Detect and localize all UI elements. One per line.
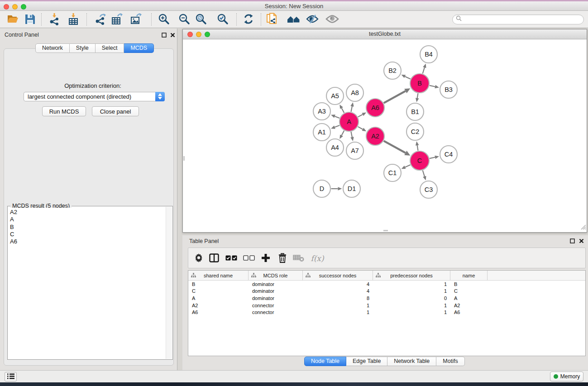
- hide-graphics-details-button[interactable]: [305, 12, 320, 27]
- close-network-window-button[interactable]: [187, 32, 193, 37]
- table-settings-button[interactable]: [191, 251, 206, 266]
- select-all-button[interactable]: [224, 251, 239, 266]
- run-mcds-button[interactable]: Run MCDS: [42, 106, 86, 116]
- graph-edge[interactable]: [430, 157, 435, 159]
- graph-edge[interactable]: [342, 131, 344, 135]
- table-body[interactable]: Bdominator41BCdominator41CAdominator80AA…: [188, 281, 585, 316]
- import-table-button[interactable]: [66, 12, 81, 27]
- graph-edge[interactable]: [417, 93, 418, 98]
- table-cell[interactable]: dominator: [249, 281, 303, 287]
- table-cell[interactable]: C: [188, 288, 249, 294]
- table-row[interactable]: A2connector11A2: [188, 302, 585, 309]
- node-table[interactable]: shared nameMCDS rolesuccessor nodesprede…: [188, 270, 586, 356]
- graph-edge[interactable]: [384, 141, 406, 152]
- table-cell[interactable]: 4: [303, 288, 373, 294]
- search-input[interactable]: [452, 14, 584, 24]
- table-cell[interactable]: A6: [188, 310, 249, 315]
- table-cell[interactable]: 1: [303, 303, 373, 308]
- mcds-result-list[interactable]: A2ABCA6: [8, 208, 166, 359]
- table-cell[interactable]: 1: [373, 310, 450, 315]
- table-cell[interactable]: 8: [303, 295, 373, 301]
- mcds-result-item[interactable]: A2: [10, 209, 166, 216]
- graph-edge[interactable]: [351, 132, 352, 137]
- mcds-result-item[interactable]: C: [10, 231, 166, 238]
- float-panel-icon[interactable]: [161, 32, 167, 38]
- export-network-button[interactable]: [93, 12, 108, 27]
- tab-network[interactable]: Network: [35, 43, 70, 53]
- graph-edge[interactable]: [335, 116, 339, 118]
- zoom-in-button[interactable]: [157, 12, 171, 27]
- zoom-window-button[interactable]: [21, 4, 26, 10]
- mcds-result-item[interactable]: B: [10, 224, 166, 231]
- minimize-network-window-button[interactable]: [196, 32, 201, 37]
- column-header-successor-nodes[interactable]: successor nodes: [303, 271, 373, 280]
- import-network-button[interactable]: [47, 12, 62, 27]
- table-header-row[interactable]: shared nameMCDS rolesuccessor nodesprede…: [188, 271, 585, 281]
- table-cell[interactable]: connector: [249, 303, 303, 308]
- resize-grip-icon[interactable]: [581, 224, 586, 232]
- tab-select[interactable]: Select: [96, 43, 124, 53]
- home-button[interactable]: [287, 12, 301, 27]
- table-cell[interactable]: 0: [373, 295, 450, 301]
- network-window-titlebar[interactable]: testGlobe.txt: [183, 29, 587, 39]
- table-cell[interactable]: C: [450, 288, 488, 294]
- graph-edge[interactable]: [430, 86, 435, 87]
- tab-style[interactable]: Style: [70, 43, 96, 53]
- column-header-MCDS-role[interactable]: MCDS role: [249, 271, 303, 280]
- zoom-fit-button[interactable]: [194, 12, 208, 27]
- tab-edge-table[interactable]: Edge Table: [346, 357, 387, 366]
- graph-edge[interactable]: [417, 145, 418, 151]
- table-cell[interactable]: 1: [373, 288, 450, 294]
- table-cell[interactable]: 1: [373, 303, 450, 308]
- graph-edge[interactable]: [423, 170, 425, 176]
- tab-node-table[interactable]: Node Table: [304, 357, 346, 366]
- column-header-name[interactable]: name: [450, 271, 488, 280]
- table-cell[interactable]: dominator: [249, 295, 303, 301]
- delete-table-button[interactable]: [292, 251, 306, 266]
- function-builder-button[interactable]: f(x): [308, 251, 326, 266]
- table-row[interactable]: Bdominator41B: [188, 281, 585, 288]
- delete-column-button[interactable]: [275, 251, 290, 266]
- clone-network-button[interactable]: [265, 12, 279, 27]
- graph-edge[interactable]: [423, 67, 425, 73]
- table-cell[interactable]: A: [188, 295, 249, 301]
- show-graphics-details-button[interactable]: [325, 12, 339, 27]
- export-table-button[interactable]: [110, 12, 124, 27]
- column-header-predecessor-nodes[interactable]: predecessor nodes: [373, 271, 450, 280]
- float-table-panel-icon[interactable]: [569, 238, 575, 244]
- graph-edge[interactable]: [351, 106, 352, 112]
- graph-edge[interactable]: [384, 91, 406, 103]
- network-graph-canvas[interactable]: AA1A2A3A4A5A6A7A8BB1B2B3B4CC1C2C3C4DD1: [183, 39, 587, 232]
- column-header-shared-name[interactable]: shared name: [188, 271, 249, 280]
- close-panel-button[interactable]: Close panel: [92, 106, 139, 116]
- optimization-select[interactable]: largest connected component (directed): [24, 92, 165, 101]
- graph-edge[interactable]: [358, 127, 363, 129]
- table-cell[interactable]: B: [450, 281, 488, 287]
- mcds-result-item[interactable]: A: [10, 216, 166, 223]
- table-cell[interactable]: 1: [373, 281, 450, 287]
- table-row[interactable]: Cdominator41C: [188, 288, 585, 295]
- show-columns-button[interactable]: [207, 251, 221, 266]
- memory-button[interactable]: Memory: [550, 372, 583, 381]
- table-cell[interactable]: A6: [450, 310, 488, 315]
- close-panel-icon[interactable]: [170, 32, 176, 38]
- table-cell[interactable]: dominator: [249, 288, 303, 294]
- tab-network-table[interactable]: Network Table: [387, 357, 436, 366]
- table-cell[interactable]: B: [188, 281, 249, 287]
- tab-motifs[interactable]: Motifs: [436, 357, 464, 366]
- table-row[interactable]: A6connector11A6: [188, 309, 585, 316]
- add-column-button[interactable]: [258, 251, 273, 266]
- table-cell[interactable]: A2: [450, 303, 488, 308]
- graph-edge[interactable]: [405, 165, 411, 167]
- minimize-window-button[interactable]: [12, 4, 18, 10]
- zoom-network-window-button[interactable]: [205, 32, 210, 37]
- graph-edge[interactable]: [405, 76, 411, 79]
- graph-edge[interactable]: [358, 114, 363, 117]
- graph-edge[interactable]: [335, 125, 339, 127]
- table-cell[interactable]: 1: [303, 310, 373, 315]
- table-cell[interactable]: A: [450, 295, 488, 301]
- refresh-button[interactable]: [241, 12, 256, 27]
- close-window-button[interactable]: [4, 4, 9, 10]
- task-history-button[interactable]: [5, 372, 17, 381]
- tab-mcds[interactable]: MCDS: [124, 43, 154, 53]
